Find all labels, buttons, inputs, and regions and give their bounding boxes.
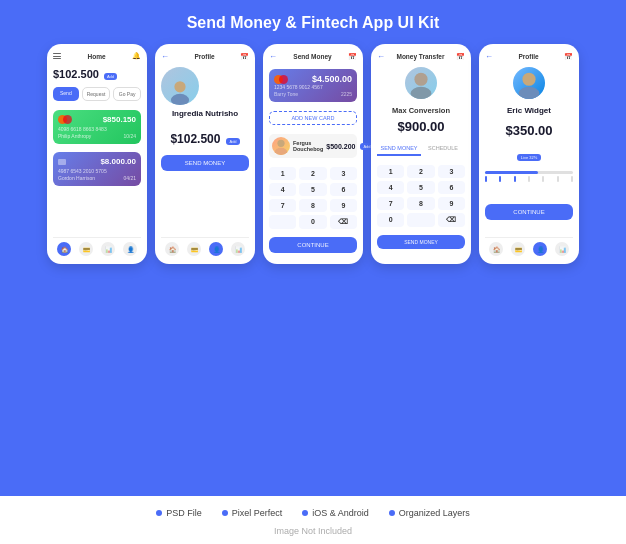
dot-pixel bbox=[222, 510, 228, 516]
t-key-5[interactable]: 5 bbox=[407, 181, 434, 194]
ph5-user-nav[interactable]: 👤 bbox=[533, 242, 547, 256]
t-key-0[interactable]: 0 bbox=[377, 213, 404, 227]
key-6[interactable]: 6 bbox=[330, 183, 357, 196]
transfer-back-arrow[interactable]: ← bbox=[377, 52, 385, 61]
t-key-backspace[interactable]: ⌫ bbox=[438, 213, 465, 227]
card1-expiry: 10/24 bbox=[123, 133, 136, 139]
feature-pixel: Pixel Perfect bbox=[222, 508, 283, 518]
tick-4 bbox=[528, 176, 530, 182]
tabs-row: SEND MONEY SCHEDULE bbox=[377, 142, 465, 156]
home-nav[interactable]: 🏠 bbox=[57, 242, 71, 256]
phone-transfer-header: ← Money Transfer 📅 bbox=[377, 52, 465, 61]
profile2-balance: $350.00 bbox=[485, 123, 573, 138]
profile2-back-arrow[interactable]: ← bbox=[485, 52, 493, 61]
slider-ticks bbox=[485, 176, 573, 182]
phone-send-money: ← Send Money 📅 $4.500.00 1234 5678 9012 … bbox=[263, 44, 363, 264]
transfer-avatar bbox=[405, 67, 437, 99]
feature-layers-label: Organized Layers bbox=[399, 508, 470, 518]
send-calendar-icon[interactable]: 📅 bbox=[348, 53, 357, 61]
dot-ios bbox=[302, 510, 308, 516]
calendar-icon[interactable]: 📅 bbox=[240, 53, 249, 61]
phone-profile2-header: ← Profile 📅 bbox=[485, 52, 573, 61]
svg-point-5 bbox=[411, 87, 432, 99]
phone-transfer-title: Money Transfer bbox=[396, 53, 444, 60]
card2-expiry: 04/21 bbox=[123, 175, 136, 181]
page-title: Send Money & Fintech App UI Kit bbox=[187, 14, 440, 32]
card-nav[interactable]: 💳 bbox=[79, 242, 93, 256]
t-key-7[interactable]: 7 bbox=[377, 197, 404, 210]
profile-name: Ingredia Nutrisho bbox=[161, 109, 249, 118]
t-key-3[interactable]: 3 bbox=[438, 165, 465, 178]
key-7[interactable]: 7 bbox=[269, 199, 296, 212]
profile-avatar bbox=[161, 67, 199, 105]
feature-psd: PSD File bbox=[156, 508, 202, 518]
gopay-btn[interactable]: Go Pay bbox=[113, 87, 141, 101]
back-arrow[interactable]: ← bbox=[161, 52, 169, 61]
svg-point-6 bbox=[522, 73, 535, 86]
key-1[interactable]: 1 bbox=[269, 167, 296, 180]
phone-send-title: Send Money bbox=[293, 53, 331, 60]
key-4[interactable]: 4 bbox=[269, 183, 296, 196]
card-2: $8.000.00 4987 6543 2010 5705 Gordon Har… bbox=[53, 152, 141, 186]
ph5-home-nav[interactable]: 🏠 bbox=[489, 242, 503, 256]
t-key-9[interactable]: 9 bbox=[438, 197, 465, 210]
feature-psd-label: PSD File bbox=[166, 508, 202, 518]
profile2-avatar bbox=[513, 67, 545, 99]
notification-icon[interactable]: 🔔 bbox=[132, 52, 141, 60]
live-badge: Live 32% bbox=[517, 154, 541, 161]
transfer-send-btn[interactable]: SEND MONEY bbox=[377, 235, 465, 249]
tick-7 bbox=[571, 176, 573, 182]
bottom-bar: PSD File Pixel Perfect iOS & Android Org… bbox=[0, 496, 626, 544]
key-0[interactable]: 0 bbox=[299, 215, 326, 229]
key-9[interactable]: 9 bbox=[330, 199, 357, 212]
recipient-row: Fergus Douchebog $500.200 Add bbox=[269, 134, 357, 158]
feature-ios: iOS & Android bbox=[302, 508, 369, 518]
ph2-stats-nav[interactable]: 📊 bbox=[231, 242, 245, 256]
transfer-name: Max Conversion bbox=[377, 106, 465, 115]
t-key-2[interactable]: 2 bbox=[407, 165, 434, 178]
profile-balance: $102.500 bbox=[170, 132, 220, 146]
key-2[interactable]: 2 bbox=[299, 167, 326, 180]
svg-point-2 bbox=[277, 140, 284, 147]
slider-container bbox=[485, 171, 573, 182]
profile2-continue-btn[interactable]: CONTINUE bbox=[485, 204, 573, 220]
tab-send-money[interactable]: SEND MONEY bbox=[377, 142, 421, 156]
ph5-stats-nav[interactable]: 📊 bbox=[555, 242, 569, 256]
send-keypad: 1 2 3 4 5 6 7 8 9 0 ⌫ bbox=[269, 167, 357, 229]
t-key-1[interactable]: 1 bbox=[377, 165, 404, 178]
send-btn[interactable]: Send bbox=[53, 87, 79, 101]
continue-btn[interactable]: CONTINUE bbox=[269, 237, 357, 253]
t-key-8[interactable]: 8 bbox=[407, 197, 434, 210]
stats-nav[interactable]: 📊 bbox=[101, 242, 115, 256]
send-card-amount: $4.500.00 bbox=[312, 74, 352, 84]
phone-send-header: ← Send Money 📅 bbox=[269, 52, 357, 61]
transfer-calendar-icon[interactable]: 📅 bbox=[456, 53, 465, 61]
request-btn[interactable]: Request bbox=[82, 87, 111, 101]
send-money-btn[interactable]: SEND MONEY bbox=[161, 155, 249, 171]
feature-layers: Organized Layers bbox=[389, 508, 470, 518]
key-5[interactable]: 5 bbox=[299, 183, 326, 196]
ph2-home-nav[interactable]: 🏠 bbox=[165, 242, 179, 256]
t-key-6[interactable]: 6 bbox=[438, 181, 465, 194]
send-card-expiry: 2225 bbox=[341, 91, 352, 97]
send-back-arrow[interactable]: ← bbox=[269, 52, 277, 61]
recipient-name: Fergus Douchebog bbox=[293, 140, 323, 152]
svg-point-4 bbox=[414, 73, 427, 86]
ph2-user-nav[interactable]: 👤 bbox=[209, 242, 223, 256]
phone-profile2-title: Profile bbox=[518, 53, 538, 60]
tab-schedule[interactable]: SCHEDULE bbox=[421, 142, 465, 156]
tick-2 bbox=[499, 176, 501, 182]
key-backspace[interactable]: ⌫ bbox=[330, 215, 357, 229]
add-card-btn[interactable]: ADD NEW CARD bbox=[269, 111, 357, 125]
tick-5 bbox=[542, 176, 544, 182]
user-nav[interactable]: 👤 bbox=[123, 242, 137, 256]
ph2-card-nav[interactable]: 💳 bbox=[187, 242, 201, 256]
key-3[interactable]: 3 bbox=[330, 167, 357, 180]
profile2-calendar-icon[interactable]: 📅 bbox=[564, 53, 573, 61]
feature-pixel-label: Pixel Perfect bbox=[232, 508, 283, 518]
t-key-4[interactable]: 4 bbox=[377, 181, 404, 194]
menu-icon[interactable] bbox=[53, 53, 61, 59]
ph5-card-nav[interactable]: 💳 bbox=[511, 242, 525, 256]
card1-amount: $850.150 bbox=[103, 115, 136, 124]
key-8[interactable]: 8 bbox=[299, 199, 326, 212]
